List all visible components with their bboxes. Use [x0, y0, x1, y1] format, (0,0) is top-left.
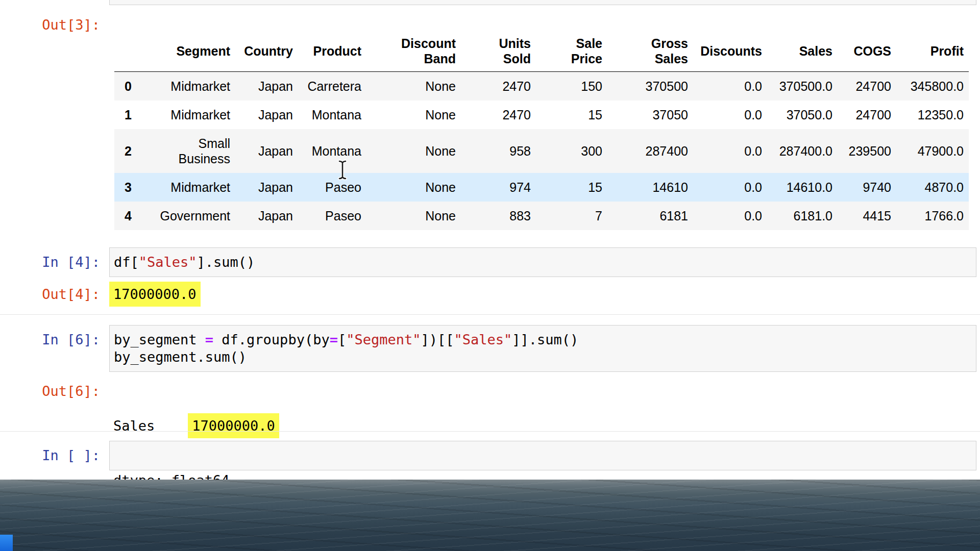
table-cell: 287400.0	[767, 129, 838, 173]
text-cursor-icon	[337, 159, 348, 181]
code-text: ].sum()	[197, 254, 255, 270]
header-row: Segment Country Product Discount Band Un…	[114, 31, 969, 72]
column-header: Discount Band	[366, 31, 461, 72]
table-cell: 2470	[461, 72, 536, 101]
table-cell: 24700	[838, 101, 896, 129]
table-cell: Montana	[298, 129, 366, 173]
code-cell-in4[interactable]: df["Sales"].sum()	[109, 247, 976, 277]
column-header: Sales	[767, 31, 838, 72]
table-cell: Midmarket	[137, 101, 235, 129]
operator: =	[205, 332, 213, 347]
in6-prompt: In [6]:	[0, 331, 100, 348]
row-index: 3	[114, 173, 137, 202]
in-empty-prompt: In [ ]:	[0, 447, 100, 464]
column-header: Product	[298, 31, 366, 72]
highlighted-value: 17000000.0	[188, 413, 279, 438]
table-cell: 12350.0	[896, 101, 969, 129]
code-line: df["Sales"].sum()	[114, 254, 972, 271]
column-header: Gross Sales	[607, 31, 693, 72]
table-cell: 4870.0	[896, 173, 969, 202]
table-cell: Midmarket	[137, 72, 235, 101]
table-cell: 47900.0	[896, 129, 969, 173]
table-cell: 150	[536, 72, 607, 101]
row-index: 1	[114, 101, 137, 129]
in4-prompt: In [4]:	[0, 254, 100, 271]
table-row: 2 Small Business Japan Montana None 958 …	[114, 129, 969, 173]
operator: =	[330, 332, 338, 347]
table-cell: 0.0	[693, 101, 767, 129]
table-cell: 7	[536, 202, 607, 230]
table-cell: 14610.0	[767, 173, 838, 202]
column-header: COGS	[838, 31, 896, 72]
table-cell: 24700	[838, 72, 896, 101]
table-cell: 883	[461, 202, 536, 230]
table-cell: 0.0	[693, 129, 767, 173]
dataframe-output: Segment Country Product Discount Band Un…	[114, 31, 969, 230]
table-cell: None	[366, 129, 461, 173]
row-index: 4	[114, 202, 137, 230]
code-line: by_segment.sum()	[114, 348, 972, 366]
code-text: [	[338, 332, 346, 347]
table-cell: 370500.0	[767, 72, 838, 101]
table-cell: 4415	[838, 202, 896, 230]
table-cell: 0.0	[693, 202, 767, 230]
column-header: Discounts	[693, 31, 767, 72]
table-cell: 345800.0	[896, 72, 969, 101]
table-cell: None	[366, 101, 461, 129]
table-cell: Paseo	[298, 202, 366, 230]
out6-prompt: Out[6]:	[0, 383, 100, 400]
highlighted-value: 17000000.0	[109, 282, 201, 307]
out4-output: 17000000.0	[109, 286, 201, 303]
table-cell: Japan	[235, 101, 298, 129]
table-cell: Government	[137, 202, 235, 230]
table-cell: 370500	[607, 72, 693, 101]
table-cell: 14610	[607, 173, 693, 202]
table-row: 1 Midmarket Japan Montana None 2470 15 3…	[114, 101, 969, 129]
ocean-video-frame	[0, 480, 980, 551]
series-line: Sales 17000000.0	[113, 417, 279, 435]
table-cell: Japan	[235, 202, 298, 230]
table-row: 0 Midmarket Japan Carretera None 2470 15…	[114, 72, 969, 101]
code-cell-in6[interactable]: by_segment = df.groupby(by=["Segment"])[…	[109, 325, 976, 372]
table-cell: Japan	[235, 129, 298, 173]
code-text: ])[[	[421, 332, 454, 347]
column-header: Units Sold	[461, 31, 536, 72]
table-row: 4 Government Japan Paseo None 883 7 6181…	[114, 202, 969, 230]
row-index: 0	[114, 72, 137, 101]
out3-prompt: Out[3]:	[0, 16, 100, 34]
table-cell: 6181.0	[767, 202, 838, 230]
code-line: by_segment = df.groupby(by=["Segment"])[…	[114, 331, 972, 348]
code-cell-empty[interactable]	[109, 441, 976, 470]
string-literal: "Segment"	[346, 332, 421, 347]
cell-divider	[0, 431, 980, 432]
cell-divider	[0, 314, 980, 315]
table-cell: 974	[461, 173, 536, 202]
out4-prompt: Out[4]:	[0, 286, 100, 303]
taskbar-icon-partial[interactable]	[0, 535, 13, 551]
table-cell: Carretera	[298, 72, 366, 101]
table-cell: 0.0	[693, 72, 767, 101]
table-cell: 37050	[607, 101, 693, 129]
dataframe-table: Segment Country Product Discount Band Un…	[114, 31, 969, 230]
column-header: Segment	[137, 31, 235, 72]
table-cell: 2470	[461, 101, 536, 129]
partial-code-cell[interactable]	[109, 0, 976, 5]
table-cell: Paseo	[298, 173, 366, 202]
table-cell: None	[366, 173, 461, 202]
table-cell: 300	[536, 129, 607, 173]
code-text: by_segment	[114, 332, 205, 347]
table-cell: Midmarket	[137, 173, 235, 202]
table-cell: 0.0	[693, 173, 767, 202]
code-text: df[	[114, 254, 139, 270]
table-cell: 958	[461, 129, 536, 173]
table-cell: 15	[536, 101, 607, 129]
table-cell: 239500	[838, 129, 896, 173]
table-cell: None	[366, 72, 461, 101]
table-cell: 9740	[838, 173, 896, 202]
column-header: Country	[235, 31, 298, 72]
column-header: Sale Price	[536, 31, 607, 72]
table-cell: Japan	[235, 173, 298, 202]
row-index: 2	[114, 129, 137, 173]
table-cell: 15	[536, 173, 607, 202]
column-header: Profit	[896, 31, 969, 72]
